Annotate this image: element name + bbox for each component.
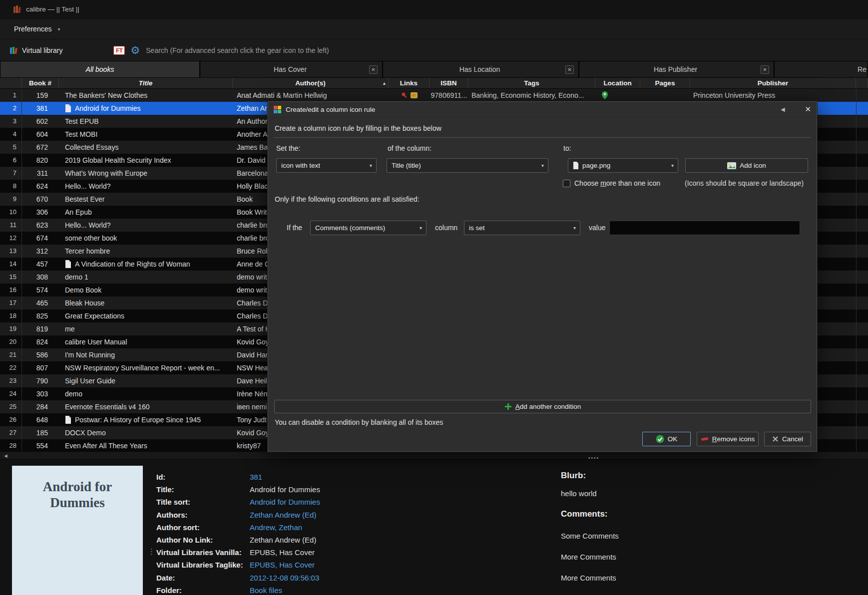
extra-cell bbox=[856, 180, 868, 193]
column-header-title[interactable]: Title bbox=[59, 78, 233, 88]
detail-field-value[interactable]: Android for Dummies bbox=[250, 496, 320, 508]
row-number: 24 bbox=[0, 387, 22, 400]
tab-all-books[interactable]: All books bbox=[0, 61, 200, 77]
book-number: 465 bbox=[22, 297, 59, 309]
detail-field-value[interactable]: Andrew, Zethan bbox=[250, 521, 320, 534]
tab-close-icon[interactable]: ✕ bbox=[761, 65, 769, 74]
column-header-book-[interactable]: Book # bbox=[22, 78, 59, 88]
extra-cell bbox=[856, 167, 868, 180]
column-header-links[interactable]: Links bbox=[389, 78, 430, 88]
detail-field-value[interactable]: 2012-12-08 09:56:03 bbox=[250, 572, 320, 584]
condition-column-dropdown[interactable]: Comments (comments) ▾ bbox=[310, 221, 427, 235]
column-header-isbn[interactable]: ISBN bbox=[430, 78, 468, 88]
condition-value-input[interactable] bbox=[609, 221, 800, 235]
book-title: Hello... World? bbox=[59, 219, 233, 232]
blurb-text: hello world bbox=[561, 489, 619, 498]
dialog-back-arrow-icon[interactable]: ◄ bbox=[780, 105, 787, 113]
book-title-text: Even After All These Years bbox=[65, 439, 147, 451]
book-title-text: What's Wrong with Europe bbox=[65, 167, 147, 180]
window-title: calibre — || Test || bbox=[26, 5, 79, 13]
scrollbar-left-arrow-icon[interactable]: ◄ bbox=[3, 453, 8, 459]
tab-label: Has Publisher bbox=[579, 65, 772, 73]
book-cover[interactable]: Android for Dummies bbox=[12, 466, 143, 595]
book-title-text: Test MOBI bbox=[65, 128, 97, 141]
column-header-location[interactable]: Location bbox=[595, 78, 640, 88]
detail-field-value[interactable]: Book files bbox=[250, 584, 320, 595]
detail-field-label: Author sort: bbox=[156, 521, 250, 534]
book-number: 790 bbox=[22, 374, 59, 387]
dialog-close-icon[interactable]: ✕ bbox=[805, 105, 811, 114]
detail-field-label: Date: bbox=[156, 572, 250, 584]
of-the-column-label: of the column: bbox=[388, 144, 432, 152]
book-number: 312 bbox=[22, 245, 59, 258]
comment-paragraph: More Comments bbox=[561, 553, 619, 561]
preferences-menu[interactable]: Preferences ▾ bbox=[14, 22, 65, 36]
tab-has-cover[interactable]: Has Cover✕ bbox=[200, 61, 383, 77]
fulltext-search-button[interactable]: FT bbox=[113, 46, 125, 55]
table-row[interactable]: 1159The Bankers' New ClothesAnat Admati … bbox=[0, 89, 868, 102]
choose-more-checkbox[interactable] bbox=[563, 180, 570, 187]
book-title: Evernote Essentials v4 160 bbox=[59, 400, 233, 413]
book-number: 381 bbox=[22, 102, 59, 115]
extra-cell bbox=[856, 89, 868, 102]
horizontal-scrollbar[interactable]: ◄ bbox=[0, 451, 868, 459]
extra-cell bbox=[856, 219, 868, 232]
row-number: 5 bbox=[0, 141, 22, 154]
book-title: I'm Not Running bbox=[59, 348, 233, 361]
detail-field-value[interactable]: Zethan Andrew (Ed) bbox=[250, 509, 320, 521]
calibre-logo-icon bbox=[13, 5, 21, 13]
tab-has-location[interactable]: Has Location✕ bbox=[383, 61, 579, 77]
tab-close-icon[interactable]: ✕ bbox=[369, 65, 378, 74]
detail-field-value[interactable]: EPUBS, Has Cover bbox=[250, 559, 320, 571]
blurb-heading: Blurb: bbox=[561, 471, 619, 481]
row-number: 7 bbox=[0, 167, 22, 180]
extra-cell bbox=[856, 232, 868, 245]
book-title: 2019 Global Health Security Index bbox=[59, 154, 233, 167]
cancel-button[interactable]: Cancel bbox=[764, 432, 811, 446]
cancel-x-icon bbox=[772, 436, 779, 442]
cover-title-text: Android for Dummies bbox=[12, 479, 143, 511]
document-icon bbox=[65, 104, 71, 112]
add-another-condition-button[interactable]: Add another condition bbox=[274, 400, 811, 413]
virtual-library-button[interactable]: Virtual library bbox=[10, 46, 76, 54]
vertical-splitter-handle[interactable]: ⋮ bbox=[148, 547, 155, 556]
splitter-handle[interactable]: •••• bbox=[588, 455, 599, 461]
extra-cell bbox=[856, 115, 868, 128]
tab-has-publisher[interactable]: Has Publisher✕ bbox=[579, 61, 774, 77]
remove-icons-button[interactable]: Remove icons bbox=[697, 432, 759, 446]
rule-kind-dropdown[interactable]: icon with text ▾ bbox=[276, 158, 377, 173]
add-icon-button[interactable]: Add icon bbox=[685, 158, 808, 173]
column-header-author-s-[interactable]: Author(s)▲ bbox=[233, 78, 389, 88]
icon-file-dropdown[interactable]: page.png ▾ bbox=[568, 158, 678, 173]
book-title: Bleak House bbox=[59, 297, 233, 309]
book-title-text: A Vindication of the Rights of Woman bbox=[75, 258, 190, 271]
tab-close-icon[interactable]: ✕ bbox=[565, 65, 574, 74]
book-title-text: Tercer hombre bbox=[65, 245, 110, 258]
column-header-pages[interactable]: Pages bbox=[640, 78, 690, 88]
column-icon-rule-dialog: Create/edit a column icon rule ◄ ✕ Creat… bbox=[267, 101, 818, 452]
search-input[interactable] bbox=[146, 46, 595, 54]
column-dropdown[interactable]: Title (title) ▾ bbox=[387, 158, 548, 173]
ok-button[interactable]: OK bbox=[642, 432, 691, 446]
column-header-publisher[interactable]: Publisher bbox=[690, 78, 856, 88]
condition-operator-dropdown[interactable]: is set ▾ bbox=[464, 221, 580, 235]
search-options-gear-icon[interactable]: ⚙ bbox=[130, 45, 140, 55]
search-toolbar: Virtual library FT ⚙ bbox=[0, 39, 868, 61]
column-header-blank bbox=[0, 78, 22, 88]
detail-field-value[interactable]: 381 bbox=[250, 471, 320, 483]
row-number: 10 bbox=[0, 206, 22, 219]
chevron-down-icon: ▾ bbox=[541, 163, 544, 168]
column-header-tags[interactable]: Tags bbox=[468, 78, 595, 88]
book-number: 670 bbox=[22, 193, 59, 206]
dialog-titlebar[interactable]: Create/edit a column icon rule ◄ ✕ bbox=[268, 101, 817, 118]
chevron-down-icon: ▾ bbox=[573, 225, 576, 231]
extra-cell bbox=[856, 348, 868, 361]
preferences-label: Preferences bbox=[14, 25, 51, 33]
row-number: 23 bbox=[0, 374, 22, 387]
row-number: 20 bbox=[0, 335, 22, 348]
book-number: 574 bbox=[22, 284, 59, 297]
yellow-note-icon bbox=[411, 92, 418, 98]
icon-file-value: page.png bbox=[582, 162, 610, 169]
book-publisher: Princeton University Press bbox=[690, 89, 856, 102]
tab-re[interactable]: Re bbox=[774, 61, 868, 77]
